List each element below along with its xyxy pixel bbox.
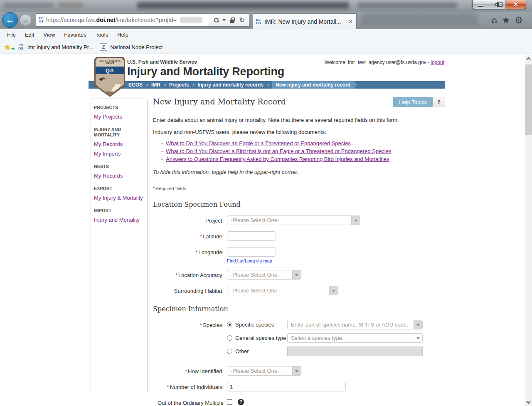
general-species-radio[interactable]	[227, 335, 232, 341]
doc-link-eagle[interactable]: What to Do if You Discover an Eagle or a…	[166, 140, 351, 146]
list-item: Answers to Questions Frequently Asked by…	[166, 156, 445, 163]
close-icon: ✕	[513, 1, 519, 7]
menu-edit[interactable]: Edit	[20, 30, 39, 40]
window-controls: ✕	[472, 0, 526, 9]
app-title: Injury and Mortality Reporting	[127, 65, 445, 78]
sidebar-item-my-projects[interactable]: My Projects	[94, 114, 145, 120]
logout-link[interactable]: logout	[431, 59, 444, 65]
chevron-down-icon[interactable]	[292, 270, 301, 279]
chevron-right-icon	[192, 83, 195, 86]
search-button[interactable]	[211, 14, 221, 26]
duck-icon	[99, 77, 107, 81]
url-text: https://ecos-qa.fws.doi.net/imr/take/cre…	[46, 17, 177, 23]
longitude-input[interactable]	[227, 247, 276, 257]
help-toggle-button[interactable]: ?	[433, 97, 445, 107]
window-titlebar	[0, 0, 532, 12]
favorites-star-icon[interactable]: ★	[502, 15, 510, 26]
specific-species-label[interactable]: Specific species	[235, 322, 287, 328]
add-favorite-button[interactable]: ★ →	[4, 42, 14, 52]
location-accuracy-select[interactable]: -Please Select One-	[227, 270, 301, 280]
address-bar[interactable]: EC OS https://ecos-qa.fws.doi.net/imr/ta…	[36, 13, 249, 27]
close-button[interactable]: ✕	[506, 0, 526, 9]
surrounding-habitat-select[interactable]: -Please Select One-	[227, 286, 338, 295]
sidebar-item-export-injury-mortality[interactable]: My Injury & Mortality	[94, 195, 145, 201]
scrollbar-thumb[interactable]	[525, 64, 532, 135]
back-button[interactable]: ←	[2, 12, 18, 28]
sidebar-item-nests-my-records[interactable]: My Records	[94, 173, 145, 179]
how-identified-select[interactable]: -Please Select One-	[227, 366, 301, 376]
page-title: New Injury and Mortality Record	[153, 97, 286, 106]
divider	[153, 181, 445, 181]
specific-species-combobox[interactable]: Enter part of species name, SPITS or AOU…	[287, 320, 423, 329]
number-individuals-input[interactable]	[227, 382, 346, 391]
general-species-label[interactable]: General species type	[235, 335, 287, 341]
chevron-down-icon	[222, 19, 226, 23]
favorites-bar: ★ → EC OS imr Injury and Mortality Pr...…	[0, 40, 532, 54]
ecos-favicon: EC OS	[256, 18, 264, 25]
latitude-label: *Latitude:	[153, 231, 227, 241]
favorite-label: National Node Project	[110, 44, 163, 50]
form-row-latitude: *Latitude:	[153, 231, 445, 241]
background-window-blur	[3, 3, 53, 8]
search-dropdown-button[interactable]	[221, 14, 227, 26]
menu-view[interactable]: View	[39, 30, 59, 40]
latitude-input[interactable]	[227, 231, 276, 241]
doc-link-faq[interactable]: Answers to Questions Frequently Asked by…	[166, 156, 389, 162]
menu-favorites[interactable]: Favorites	[59, 30, 91, 40]
menu-help[interactable]: Help	[113, 30, 133, 40]
sidebar-item-my-imports[interactable]: My Imports	[94, 151, 145, 157]
restore-button[interactable]	[489, 0, 506, 9]
forward-button[interactable]: →	[20, 14, 32, 26]
minimize-button[interactable]	[473, 0, 489, 9]
location-accuracy-label: *Location Accuracy:	[153, 270, 227, 280]
welcome-text: Welcome: imr_test_agency user@fs.usda.go…	[325, 59, 444, 65]
scroll-down-button[interactable]	[525, 399, 532, 406]
lock-icon	[230, 20, 234, 23]
specific-species-radio[interactable]	[227, 322, 232, 327]
minimize-icon	[478, 6, 483, 7]
chevron-right-icon	[266, 83, 269, 86]
doc-link-bird[interactable]: What to Do if You Discover a Bird that i…	[166, 148, 391, 154]
form-row-surrounding-habitat: Surrounding Habitat: -Please Select One-	[153, 286, 445, 295]
chevron-down-icon[interactable]	[414, 334, 422, 342]
site-content: U.S. FISH & WILDLIFE SERVICE QA U.S. Fis…	[89, 54, 445, 406]
chevron-down-icon[interactable]	[292, 366, 301, 375]
multi-bird-checkbox[interactable]	[227, 399, 232, 405]
find-latlong-map-link[interactable]: Find Lat/Long via map	[227, 258, 272, 263]
refresh-button[interactable]: ↻	[237, 14, 247, 26]
settings-gear-icon[interactable]: ⚙	[515, 15, 523, 26]
sidebar-header-export: EXPORT	[94, 186, 145, 191]
home-icon[interactable]: ⌂	[492, 15, 498, 26]
other-species-radio[interactable]	[227, 349, 232, 354]
breadcrumb-imr[interactable]: IMR	[151, 82, 160, 88]
security-lock-button[interactable]	[227, 14, 237, 26]
scroll-up-button[interactable]	[525, 54, 532, 62]
list-item: What to Do if You Discover an Eagle or a…	[166, 140, 445, 147]
other-species-label[interactable]: Other	[235, 348, 287, 354]
favorite-national-node-link[interactable]: Z National Node Project	[100, 43, 163, 51]
section-location: Location Specimen Found	[153, 201, 445, 208]
help-topics-button[interactable]: Help Topics	[393, 97, 433, 107]
tab-close-button[interactable]: ×	[346, 18, 353, 25]
vertical-scrollbar[interactable]	[525, 54, 532, 406]
page-viewport: U.S. FISH & WILDLIFE SERVICE QA U.S. Fis…	[0, 54, 532, 406]
help-question-icon[interactable]: ?	[238, 399, 244, 405]
redacted-url-fragment	[180, 17, 202, 23]
breadcrumb-ecos[interactable]: ECOS	[128, 82, 143, 88]
chevron-down-icon[interactable]	[414, 320, 422, 329]
species-option-other: Other	[227, 347, 423, 356]
breadcrumb-projects[interactable]: Projects	[169, 82, 189, 88]
chevron-down-icon[interactable]	[329, 286, 338, 295]
sidebar-item-my-records[interactable]: My Records	[94, 141, 145, 147]
menu-file[interactable]: File	[2, 30, 20, 40]
project-select[interactable]: -Please Select One-	[227, 215, 360, 225]
menu-tools[interactable]: Tools	[91, 30, 113, 40]
breadcrumb-records[interactable]: Injury and mortality records	[197, 82, 264, 88]
chevron-down-icon[interactable]	[351, 216, 360, 225]
general-species-select[interactable]: Select a species type.	[287, 333, 423, 343]
intro-text: Enter details about an animal injury or …	[153, 117, 445, 123]
tab-title: IMR: New Injury and Mortali...	[264, 18, 346, 25]
browser-tab[interactable]: EC OS IMR: New Injury and Mortali... ×	[253, 13, 357, 29]
favorite-imr-link[interactable]: EC OS imr Injury and Mortality Pr...	[17, 44, 93, 50]
sidebar-item-import-injury-mortality[interactable]: Injury and Mortality	[94, 217, 145, 223]
